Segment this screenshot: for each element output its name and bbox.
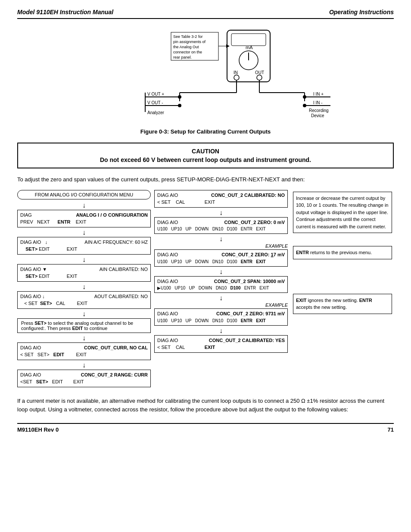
diag-aio-label-2: DIAG AIO ▼ bbox=[20, 266, 47, 273]
svg-point-36 bbox=[178, 95, 181, 99]
diag-aio-m2: DIAG AIO bbox=[157, 219, 178, 226]
svg-text:Device: Device bbox=[311, 113, 324, 118]
conc-range-text: CONC_OUT_2 RANGE: CURR bbox=[81, 371, 148, 379]
svg-text:pin assignments of: pin assignments of bbox=[173, 40, 206, 44]
arrow3: ↓ bbox=[17, 256, 151, 263]
arrow-m5: ↓ bbox=[154, 327, 288, 334]
footer-page-number: 71 bbox=[388, 426, 394, 433]
page: Model 9110EH Instruction Manual Operatin… bbox=[0, 0, 411, 532]
page-header: Model 9110EH Instruction Manual Operatin… bbox=[17, 9, 394, 19]
svg-text:I IN +: I IN + bbox=[313, 92, 324, 96]
m4-text: CONC_OUT_2 SPAN: 10000 mV bbox=[214, 278, 285, 285]
svg-point-8 bbox=[257, 75, 262, 80]
figure-caption: Figure 0-3: Setup for Calibrating Curren… bbox=[140, 128, 271, 135]
bottom-text: If a current meter is not available, an … bbox=[17, 397, 394, 415]
ain-cal-text: AIN CALIBRATED: NO bbox=[100, 266, 148, 273]
arrow7: ↓ bbox=[17, 362, 151, 369]
manual-title: Model 9110EH Instruction Manual bbox=[17, 9, 113, 16]
section-title: Operating Instructions bbox=[329, 9, 394, 16]
arrow2: ↓ bbox=[17, 229, 151, 236]
diag-nav-1: PREV NEXT ENTR EXIT bbox=[20, 218, 86, 226]
entr-returns-note: ENTR returns to the previous menu. bbox=[293, 246, 392, 259]
menu-box-m5: DIAG AIO CONC_OUT_2 ZERO: 9731 mV U100 U… bbox=[154, 308, 288, 326]
diag-aio-m3: DIAG AIO bbox=[157, 251, 178, 258]
exit-note-text: ignores the new setting. bbox=[308, 298, 359, 303]
menu-box-conc-curr: DIAG AIO CONC_OUT_CURR, NO CAL < SET SET… bbox=[17, 342, 151, 360]
flow-middle-column: DIAG AIO CONC_OUT_2 CALIBRATED: NO < SET… bbox=[154, 190, 288, 355]
svg-point-37 bbox=[178, 104, 181, 107]
diag-aio-m6: DIAG AIO bbox=[157, 337, 178, 344]
diag-aio-label-3: DIAG AIO ↓ bbox=[20, 293, 45, 300]
menu-box-m3: DIAG AIO CONC_OUT_2 ZERO: 17 mV U100 UP1… bbox=[154, 249, 288, 267]
diag-aio-label-5: DIAG AIO bbox=[20, 371, 41, 379]
example-label-2: EXAMPLE bbox=[154, 302, 288, 308]
instruction-text: To adjust the zero and span values of th… bbox=[17, 175, 394, 184]
analog-io-title: ANALOG I / O CONFIGURATION bbox=[76, 212, 148, 219]
menu-box-m1: DIAG AIO CONC_OUT_2 CALIBRATED: NO < SET… bbox=[154, 190, 288, 208]
aout-cal-nav: < SET SET> CAL EXIT bbox=[20, 301, 87, 306]
m4-nav: ▶U100 UP10 UP DOWN DN10 D100 ENTR EXIT bbox=[157, 286, 269, 290]
current-note: Increase or decrease the current output … bbox=[293, 192, 392, 233]
menu-box-analog-io: DIAG ANALOG I / O CONFIGURATION PREV NEX… bbox=[17, 210, 151, 227]
circuit-diagram: mA IN OUT See Table 3-2 for pin assignme… bbox=[81, 26, 330, 125]
arrow-m2: ↓ bbox=[154, 236, 288, 243]
conc-curr-nav: < SET SET> EDIT EXIT bbox=[20, 352, 87, 357]
svg-point-7 bbox=[234, 75, 239, 80]
m6-text: CONC_OUT_2 CALIBRATED: YES bbox=[209, 337, 285, 344]
ain-freq-nav: SET> EDIT EXIT bbox=[20, 246, 77, 252]
conc-curr-text: CONC_OUT_CURR, NO CAL bbox=[84, 344, 148, 352]
svg-text:Recording: Recording bbox=[309, 108, 329, 113]
flow-left-column: FROM ANALOG I/O CONFIGURATION MENU ↓ DIA… bbox=[17, 190, 151, 389]
example-label-1: EXAMPLE bbox=[154, 243, 288, 249]
arrow-m1: ↓ bbox=[154, 209, 288, 216]
svg-point-39 bbox=[303, 104, 306, 107]
svg-text:I IN -: I IN - bbox=[313, 100, 323, 105]
start-box: FROM ANALOG I/O CONFIGURATION MENU bbox=[17, 190, 151, 199]
flow-right-column: Increase or decrease the current output … bbox=[291, 190, 394, 319]
svg-text:OUT: OUT bbox=[255, 70, 264, 75]
m6-nav: < SET CAL EXIT bbox=[157, 345, 215, 350]
svg-point-38 bbox=[303, 95, 306, 99]
menu-box-aout-cal: DIAG AIO ↓ AOUT CALIBRATED: NO < SET SET… bbox=[17, 291, 151, 309]
menu-box-m4: DIAG AIO CONC_OUT_2 SPAN: 10000 mV ▶U100… bbox=[154, 276, 288, 293]
entr-returns-text: returns to the previous menu. bbox=[310, 250, 372, 255]
m1-text: CONC_OUT_2 CALIBRATED: NO bbox=[211, 192, 285, 199]
ain-freq-text: AIN A/C FREQUENCY: 60 HZ bbox=[84, 239, 148, 246]
flow-diagram: FROM ANALOG I/O CONFIGURATION MENU ↓ DIA… bbox=[17, 190, 394, 389]
page-footer: M9110EH Rev 0 71 bbox=[17, 423, 394, 433]
svg-text:mA: mA bbox=[246, 45, 253, 50]
arrow-m4: ↓ bbox=[154, 295, 288, 302]
svg-text:connector on the: connector on the bbox=[173, 50, 202, 54]
diag-aio-m4: DIAG AIO bbox=[157, 278, 178, 285]
menu-box-ain-cal: DIAG AIO ▼ AIN CALIBRATED: NO SET> EDIT … bbox=[17, 264, 151, 282]
m3-nav: U100 UP10 UP DOWN DN10 D100 ENTR EXIT bbox=[157, 259, 266, 264]
caution-box: CAUTION Do not exceed 60 V between curre… bbox=[17, 143, 394, 168]
svg-rect-1 bbox=[231, 34, 266, 46]
m3-text: CONC_OUT_2 ZERO: 17 mV bbox=[221, 251, 285, 258]
diag-aio-m5: DIAG AIO bbox=[157, 310, 178, 317]
diag-aio-label-4: DIAG AIO bbox=[20, 344, 41, 352]
exit-note: EXIT ignores the new setting. ENTR accep… bbox=[293, 294, 392, 314]
diag-label-1: DIAG bbox=[20, 212, 32, 219]
menu-box-m6: DIAG AIO CONC_OUT_2 CALIBRATED: YES < SE… bbox=[154, 335, 288, 353]
arrow1: ↓ bbox=[17, 202, 151, 209]
bottom-paragraph: If a current meter is not available, an … bbox=[17, 398, 384, 413]
m1-nav: < SET CAL EXIT bbox=[157, 199, 215, 205]
m2-text: CONC_OUT_2 ZERO: 0 mV bbox=[224, 219, 285, 226]
menu-box-ain-freq: DIAG AIO ↓ AIN A/C FREQUENCY: 60 HZ SET>… bbox=[17, 237, 151, 255]
m5-text: CONC_OUT_2 ZERO: 9731 mV bbox=[216, 310, 285, 317]
press-note: Press SET> to select the analog output c… bbox=[17, 318, 151, 333]
m5-nav: U100 UP10 UP DOWN DN10 D100 ENTR EXIT bbox=[157, 318, 266, 323]
svg-marker-16 bbox=[226, 44, 230, 48]
diag-aio-label-1: DIAG AIO ↓ bbox=[20, 239, 47, 246]
conc-range-nav: <SET SET> EDIT EXIT bbox=[20, 379, 84, 384]
start-label: FROM ANALOG I/O CONFIGURATION MENU bbox=[35, 192, 133, 197]
arrow5: ↓ bbox=[17, 311, 151, 317]
svg-text:See Table 3-2 for: See Table 3-2 for bbox=[173, 34, 202, 39]
svg-text:the Analog Out: the Analog Out bbox=[173, 45, 199, 49]
figure-area: mA IN OUT See Table 3-2 for pin assignme… bbox=[17, 26, 394, 135]
svg-text:Analyzer: Analyzer bbox=[147, 110, 165, 115]
aout-cal-text: AOUT CALIBRATED: NO bbox=[94, 293, 148, 300]
svg-text:IN: IN bbox=[234, 70, 238, 75]
caution-title: CAUTION bbox=[27, 148, 384, 155]
